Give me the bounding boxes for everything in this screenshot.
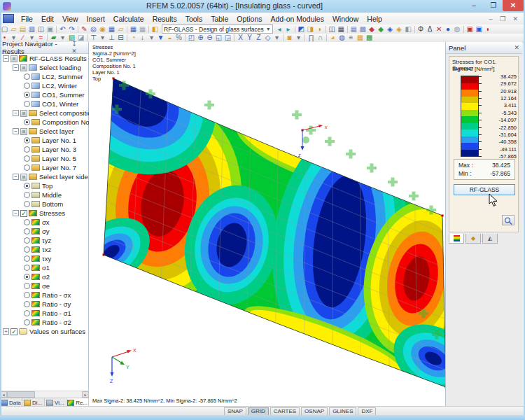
redo-icon[interactable]: ↷: [67, 25, 76, 34]
module-dropdown[interactable]: RF-GLASS - Design of glass surfaces ▼: [162, 24, 273, 34]
radio-off[interactable]: [24, 74, 30, 80]
radio-off[interactable]: [24, 146, 30, 153]
radio-off[interactable]: [24, 164, 30, 171]
menu-table[interactable]: Table: [206, 13, 232, 24]
tree-item-rf-glass-results[interactable]: −RF-GLASS Results: [0, 54, 89, 63]
tristate-box[interactable]: [20, 64, 27, 71]
free-load-icon[interactable]: ◒: [165, 34, 174, 42]
scroll-right-icon[interactable]: ▸: [82, 391, 89, 398]
view-iso-icon[interactable]: ◇: [263, 34, 272, 42]
mdi-window-controls[interactable]: – ❒ ✕: [489, 15, 521, 22]
panel-red-icon[interactable]: ▣: [465, 25, 475, 34]
tree-item-xz[interactable]: τxz: [0, 245, 89, 254]
support-menu-icon[interactable]: ▾: [98, 34, 107, 42]
fe-mesh-icon[interactable]: ▦: [349, 25, 358, 34]
tree-item-xy[interactable]: τxy: [0, 254, 89, 263]
tree-item-select-layer[interactable]: −Select layer: [0, 127, 89, 136]
radio-off[interactable]: [24, 319, 30, 326]
radio-off[interactable]: [24, 101, 30, 107]
phi-tool-icon[interactable]: Φ: [416, 25, 426, 34]
results-gray-icon[interactable]: ◧: [404, 25, 413, 34]
fe-mesh-settings-icon[interactable]: ▩: [358, 25, 368, 34]
title-bar[interactable]: RFEM 5.02.0057 (64bit) - [Insulating gla…: [0, 0, 525, 13]
tree-item-layer-no-1[interactable]: Layer No. 1: [0, 136, 89, 145]
import-model-icon[interactable]: ▤: [18, 25, 27, 34]
tree-item-ratio-1[interactable]: Ratio - σ1: [0, 309, 89, 318]
tree-item-select-layer-side[interactable]: −Select layer side: [0, 172, 89, 181]
tree-item-x[interactable]: σx: [0, 218, 89, 227]
view-y-icon[interactable]: Y: [245, 34, 254, 42]
panel-last-icon[interactable]: ◗: [484, 25, 493, 34]
color-scale[interactable]: 38.42529.67220.91812.1643.411-5.343-14.0…: [461, 76, 517, 155]
table-show-icon[interactable]: ▦: [129, 25, 138, 34]
tree-item-ratio-x[interactable]: Ratio - σx: [0, 290, 89, 300]
tree-item-lc2-winter[interactable]: LC2, Winter: [0, 81, 89, 90]
scrollbar-thumb[interactable]: [7, 391, 35, 398]
collapse-icon[interactable]: −: [13, 128, 19, 134]
tree-item-layer-no-7[interactable]: Layer No. 7: [0, 163, 89, 172]
expand-icon[interactable]: +: [3, 328, 9, 335]
perspective-view-icon[interactable]: ◲: [223, 34, 232, 42]
edit-pen-icon[interactable]: ✎: [80, 25, 89, 34]
menu-help[interactable]: Help: [363, 13, 386, 24]
tree-item-middle[interactable]: Middle: [0, 190, 89, 200]
tree-item-e[interactable]: σe: [0, 281, 89, 290]
radio-on[interactable]: [24, 183, 30, 189]
radio-off[interactable]: [24, 283, 30, 289]
magnifier-button[interactable]: [502, 215, 514, 225]
collapse-icon[interactable]: −: [13, 210, 19, 216]
mail-icon[interactable]: ▦: [107, 25, 116, 34]
tab-color-scale[interactable]: [449, 234, 464, 244]
tree-item-1[interactable]: σ1: [0, 263, 89, 272]
radio-off[interactable]: [24, 83, 30, 89]
iso-view-icon[interactable]: ◱: [214, 34, 223, 42]
camera-icon[interactable]: ▦: [337, 25, 346, 34]
radio-off[interactable]: [24, 310, 30, 316]
results-blue-icon[interactable]: ◈: [386, 25, 395, 34]
radio-off[interactable]: [24, 219, 30, 225]
radio-off[interactable]: [24, 292, 30, 298]
nodal-load-icon[interactable]: ↓: [138, 34, 147, 42]
print-icon[interactable]: ◫: [36, 25, 46, 34]
statusbar-snap-button[interactable]: SNAP: [224, 407, 246, 416]
display-values-icon[interactable]: ≡: [346, 34, 356, 42]
tree-item-select-composition[interactable]: −Select composition: [0, 108, 89, 118]
module-manager-icon[interactable]: ◧: [150, 25, 160, 34]
panel-blue-icon[interactable]: ▣: [475, 25, 484, 34]
table-hide-icon[interactable]: ▦: [138, 25, 147, 34]
sphere-view-icon[interactable]: ●: [444, 25, 453, 34]
line-hinge-icon[interactable]: ⊟: [116, 34, 125, 42]
radio-on[interactable]: [24, 119, 30, 125]
maximize-button[interactable]: ❒: [484, 0, 503, 11]
tree-item-bottom[interactable]: Bottom: [0, 200, 89, 209]
zoom-in-icon[interactable]: ⊕: [196, 34, 205, 42]
tree-item-ratio-y[interactable]: Ratio - σy: [0, 300, 89, 309]
tree-item-co1-winter[interactable]: CO1, Winter: [0, 99, 89, 108]
surface-load-icon[interactable]: ▼: [156, 34, 165, 42]
zoom-out-icon[interactable]: ⊖: [205, 34, 214, 42]
radio-off[interactable]: [24, 237, 30, 244]
tree-item-layer-no-5[interactable]: Layer No. 5: [0, 154, 89, 163]
checkbox-checked[interactable]: ✓: [10, 328, 18, 335]
radio-on[interactable]: [24, 92, 30, 98]
save-file-icon[interactable]: ▥: [27, 25, 36, 34]
tree-item-select-loading[interactable]: −Select loading: [0, 63, 89, 72]
guide-grid-icon[interactable]: ∩: [316, 34, 325, 42]
layers-menu-icon[interactable]: ▾: [294, 34, 303, 42]
collapse-icon[interactable]: −: [3, 55, 9, 62]
view-modes-icon[interactable]: ◑: [315, 25, 324, 34]
open-folder-icon[interactable]: ▱: [9, 25, 18, 34]
select-tool-icon[interactable]: ◩: [297, 25, 306, 34]
radio-off[interactable]: [24, 255, 30, 262]
collapse-icon[interactable]: −: [13, 174, 19, 180]
minimize-button[interactable]: –: [465, 0, 483, 11]
tree-item-top[interactable]: Top: [0, 181, 89, 190]
tree-item-co1-summer[interactable]: CO1, Summer: [0, 90, 89, 99]
tab-factors[interactable]: ◆: [465, 234, 481, 244]
radio-off[interactable]: [24, 246, 30, 253]
tristate-box[interactable]: [20, 110, 27, 117]
calculate-red-icon[interactable]: ◆: [368, 25, 377, 34]
zoom-tool-icon[interactable]: ◎: [89, 25, 98, 34]
statusbar-osnap-button[interactable]: OSNAP: [301, 407, 328, 416]
tree-item-ratio-2[interactable]: Ratio - σ2: [0, 318, 89, 327]
